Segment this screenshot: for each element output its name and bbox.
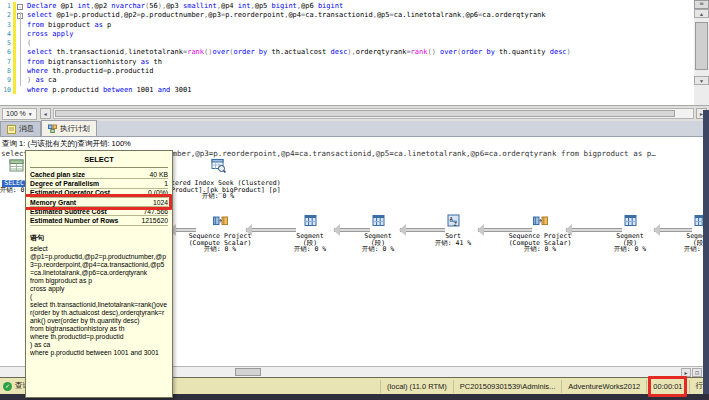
tooltip-row: Estimated Number of Rows1215620 [30, 216, 168, 225]
code-line: select @p1=p.productid,@p2=p.productnumb… [27, 11, 571, 20]
scroll-down-icon[interactable]: ▼ [694, 76, 709, 85]
plan-node-label: 开销: 41 % [418, 240, 488, 247]
plan-node-label: 开销: 0 % [665, 246, 703, 253]
plan-arrow [478, 228, 532, 232]
plan-node-label: 开销: 0 % [343, 246, 413, 253]
code-line: Declare @p1 int,@p2 nvarchar(56),@p3 sma… [27, 2, 571, 11]
tooltip-row: Cached plan size40 KB [30, 170, 168, 179]
code-line: select th.transactionid,linetotalrank=ra… [27, 48, 571, 57]
line-number: 7 [0, 58, 11, 67]
plan-query-header: 查询 1: (与该批有关的)查询开销: 100% [2, 139, 131, 149]
messages-icon [7, 125, 16, 134]
plan-node-segment-4[interactable]: Segment(段)开销: 0 % [665, 213, 703, 253]
plan-node-label: 开销: 0 % [595, 246, 665, 253]
status-server: (local) (11.0 RTM) [380, 380, 453, 393]
line-number: 8 [0, 67, 11, 76]
results-tab-strip: 消息 执行计划 [0, 121, 709, 137]
window-right-border [703, 110, 709, 400]
plan-arrow [246, 228, 296, 232]
editor-vertical-scrollbar[interactable]: = ▲ ▼ [694, 0, 709, 105]
editor-horizontal-scrollbar[interactable] [53, 108, 694, 119]
code-line: cross apply [27, 30, 571, 39]
tooltip-row-value: 747.566 [143, 208, 168, 215]
sql-editor[interactable]: 12345678910 - - Declare @p1 int,@p2 nvar… [0, 0, 709, 105]
line-number: 6 [0, 48, 11, 57]
tooltip-title: SELECT [30, 153, 168, 168]
scroll-right-icon[interactable]: ► [681, 368, 691, 377]
status-duration: 00:00:01 [653, 382, 682, 391]
line-number: 3 [0, 21, 11, 30]
code-line: from bigproduct as p [27, 21, 571, 30]
line-number-gutter: 12345678910 [0, 2, 11, 95]
fold-collapse-icon[interactable]: - [17, 4, 23, 10]
plan-arrow [654, 228, 692, 232]
scrollbar-thumb[interactable] [55, 110, 675, 117]
tooltip-row: Estimated Operator Cost0 (0%) [30, 189, 168, 198]
tooltip-row-value: 1 [164, 180, 168, 187]
line-number: 1 [0, 2, 11, 11]
plan-arrow [400, 228, 445, 232]
zoom-level-value: 100 % [6, 110, 26, 117]
tooltip-statement-text: select @p1=p.productid,@p2=p.productnumb… [30, 245, 168, 357]
plan-node-label: 开销: 0 % [275, 246, 345, 253]
tab-label: 执行计划 [60, 124, 90, 134]
code-line: ( [27, 39, 571, 48]
plan-arrow [334, 228, 370, 232]
tooltip-row-value: 1215620 [142, 217, 168, 224]
scroll-left-icon[interactable]: ◄ [40, 108, 51, 119]
splitter-handle[interactable]: = [694, 0, 709, 9]
tooltip-row-label: Cached plan size [30, 171, 85, 178]
line-number: 10 [0, 86, 11, 95]
plan-node-label: 开销: 0 % [485, 246, 595, 253]
resize-grip-icon[interactable]: ⊡ [692, 368, 702, 377]
scroll-up-icon[interactable]: ▲ [694, 9, 709, 18]
line-number: 4 [0, 30, 11, 39]
tab-messages[interactable]: 消息 [0, 121, 41, 136]
success-check-icon: ✓ [3, 382, 12, 391]
plan-node-seq-project-2[interactable]: Sequence Project(Compute Scalar)开销: 0 % [485, 213, 595, 253]
tooltip-rows: Cached plan size40 KBDegree of Paralleli… [30, 170, 168, 226]
tooltip-row-label: Estimated Subtree Cost [30, 208, 107, 215]
tab-label: 消息 [19, 124, 34, 134]
code-line: ) as ca [27, 76, 571, 85]
code-line: where p.productid between 1001 and 3001 [27, 86, 571, 95]
tab-execution-plan[interactable]: 执行计划 [41, 120, 97, 136]
line-number: 9 [0, 76, 11, 85]
scrollbar-thumb[interactable] [235, 368, 261, 376]
ssms-window: 12345678910 - - Declare @p1 int,@p2 nvar… [0, 0, 709, 400]
line-number: 2 [0, 11, 11, 20]
tooltip-row-label: Estimated Number of Rows [30, 217, 118, 224]
tooltip-row: Estimated Subtree Cost747.566 [30, 207, 168, 216]
tooltip-row-label: Degree of Parallelism [30, 180, 99, 187]
fold-margin[interactable]: - - [17, 2, 25, 94]
editor-zoom-control[interactable]: 100 % ▼ [2, 108, 37, 120]
status-user: PC201509301539\Adminis... [453, 380, 561, 393]
tooltip-row-value: 0 (0%) [148, 189, 168, 196]
execution-plan-icon [48, 124, 57, 133]
operator-tooltip: SELECT Cached plan size40 KBDegree of Pa… [25, 150, 173, 398]
sql-code-text[interactable]: Declare @p1 int,@p2 nvarchar(56),@p3 sma… [27, 2, 571, 95]
tooltip-row-value: 40 KB [149, 171, 168, 178]
line-number: 5 [0, 39, 11, 48]
plan-node-label: 开销: 0 % [165, 246, 275, 253]
tooltip-row: Degree of Parallelism1 [30, 179, 168, 188]
fold-guide-line [20, 12, 21, 86]
status-duration-item: 00:00:01 [646, 380, 688, 393]
change-tracking-bar [13, 2, 16, 94]
plan-node-seq-project-1[interactable]: Sequence Project(Compute Scalar)开销: 0 % [165, 213, 275, 253]
code-line: from bigtransactionhistory as th [27, 58, 571, 67]
chevron-down-icon: ▼ [28, 111, 33, 117]
tooltip-row-label: Memory Grant [30, 199, 76, 206]
editor-bottom-strip: 100 % ▼ ◄ ► [0, 105, 709, 121]
plan-arrow [170, 228, 196, 232]
code-line: where th.productid=p.productid [27, 67, 571, 76]
plan-arrow [566, 228, 622, 232]
tooltip-row-label: Estimated Operator Cost [30, 189, 110, 196]
tooltip-row-value: 1024 [153, 199, 168, 206]
tooltip-statement-label: 语句 [30, 233, 168, 243]
tooltip-row: Memory Grant1024 [30, 198, 168, 207]
status-database: AdventureWorks2012 [561, 380, 646, 393]
scrollbar-thumb[interactable] [695, 22, 708, 70]
